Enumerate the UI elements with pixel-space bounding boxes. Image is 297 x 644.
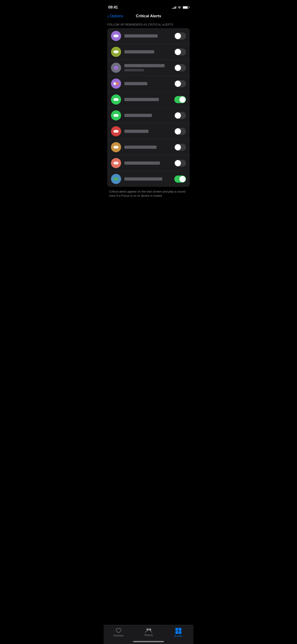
footer-note: Critical alerts appear on the lock scree… [104,187,194,198]
list-item [107,155,190,171]
nav-header: ‹ Options Critical Alerts [104,12,194,23]
battery-icon [182,6,189,9]
app-icon-5 [111,94,121,104]
item-text-1 [124,34,171,38]
toggle-9[interactable] [174,160,186,167]
app-icon-10 [111,174,121,184]
list-item [107,139,190,155]
toggle-4[interactable] [174,80,186,87]
list-item [107,108,190,124]
item-text-5 [124,98,171,101]
item-text-9 [124,162,171,165]
toggle-1[interactable] [174,32,186,40]
wifi-icon [178,6,181,9]
status-bar: 09:41 [104,0,194,12]
item-text-7 [124,130,171,133]
list-item [107,60,190,76]
list-item [107,28,190,44]
app-icon-4 [111,78,121,89]
list-item [107,124,190,139]
app-icon-6 [111,110,121,120]
item-text-6 [124,114,171,117]
section-label: FOLLOW UP REMINDERS AS CRITICAL ALERTS [104,23,194,28]
app-icon-1 [111,31,121,41]
app-icon-3 [111,63,121,73]
toggle-7[interactable] [174,128,186,135]
app-icon-7 [111,126,121,136]
page-title: Critical Alerts [136,14,161,18]
toggle-2[interactable] [174,48,186,56]
signal-icon [172,6,176,9]
toggle-5[interactable] [174,96,186,103]
list-item [107,44,190,60]
items-list [107,28,190,187]
item-text-2 [124,50,171,54]
item-text-3 [124,64,171,72]
status-icons [172,6,189,9]
toggle-8[interactable] [174,144,186,151]
list-item [107,171,190,187]
list-item [107,76,190,92]
toggle-10[interactable] [174,176,186,183]
item-text-4 [124,82,171,85]
back-chevron-icon: ‹ [107,14,109,18]
status-time: 09:41 [108,5,118,10]
list-item [107,92,190,108]
item-text-8 [124,146,171,149]
main-content: FOLLOW UP REMINDERS AS CRITICAL ALERTS [104,23,194,221]
app-icon-2 [111,47,121,57]
app-icon-9 [111,158,121,168]
item-text-10 [124,177,171,180]
toggle-6[interactable] [174,112,186,119]
app-icon-8 [111,142,121,152]
back-label: Options [110,14,124,18]
back-button[interactable]: ‹ Options [107,14,123,18]
toggle-3[interactable] [174,64,186,72]
